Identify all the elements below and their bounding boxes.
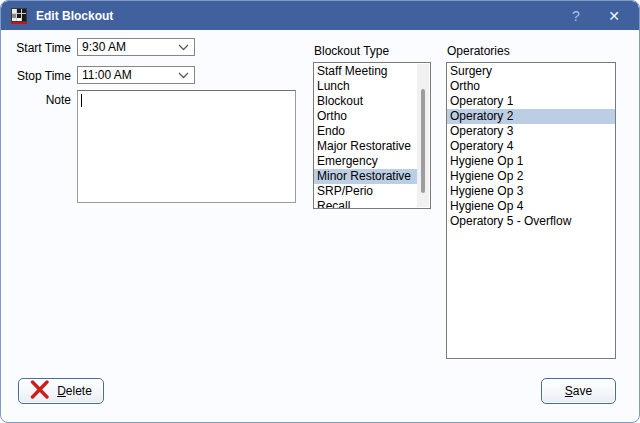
scrollbar[interactable]: [417, 64, 429, 207]
list-item[interactable]: Hygiene Op 1: [447, 154, 615, 169]
list-item[interactable]: Ortho: [314, 109, 417, 124]
list-item[interactable]: Hygiene Op 2: [447, 169, 615, 184]
list-item[interactable]: Major Restorative: [314, 139, 417, 154]
list-item[interactable]: Operatory 5 - Overflow: [447, 214, 615, 229]
blockout-grid-icon: [11, 8, 27, 24]
list-item[interactable]: SRP/Perio: [314, 184, 417, 199]
stop-time-label: Stop Time: [1, 69, 71, 83]
start-time-value: 9:30 AM: [78, 40, 178, 54]
operatories-listbox[interactable]: SurgeryOrthoOperatory 1Operatory 2Operat…: [446, 62, 616, 359]
stop-time-value: 11:00 AM: [78, 68, 178, 82]
start-time-combobox[interactable]: 9:30 AM: [77, 38, 195, 56]
note-label: Note: [1, 93, 71, 107]
save-button-label: Save: [565, 384, 592, 398]
blockout-type-label: Blockout Type: [314, 44, 389, 58]
text-caret: [81, 94, 82, 107]
list-item[interactable]: Recall: [314, 199, 417, 209]
list-item[interactable]: Lunch: [314, 79, 417, 94]
chevron-down-icon: [178, 40, 189, 54]
save-button[interactable]: Save: [541, 378, 616, 404]
list-item[interactable]: Staff Meeting: [314, 64, 417, 79]
list-item[interactable]: Operatory 4: [447, 139, 615, 154]
window-title: Edit Blockout: [36, 9, 113, 23]
list-item[interactable]: Hygiene Op 3: [447, 184, 615, 199]
list-item[interactable]: Blockout: [314, 94, 417, 109]
scrollbar-thumb[interactable]: [421, 89, 425, 193]
blockout-type-listbox[interactable]: Staff MeetingLunchBlockoutOrthoEndoMajor…: [313, 62, 431, 209]
list-item[interactable]: Surgery: [447, 64, 615, 79]
help-button[interactable]: ?: [561, 1, 591, 30]
edit-blockout-dialog: Edit Blockout ? ✕ Start Time 9:30 AM Sto…: [0, 0, 640, 423]
list-item[interactable]: Minor Restorative: [314, 169, 417, 184]
list-item[interactable]: Hygiene Op 4: [447, 199, 615, 214]
operatories-label: Operatories: [447, 44, 510, 58]
red-x-icon: [30, 380, 50, 402]
list-item[interactable]: Operatory 1: [447, 94, 615, 109]
delete-button-label: Delete: [57, 384, 92, 398]
list-item[interactable]: Endo: [314, 124, 417, 139]
note-textarea[interactable]: [77, 90, 296, 203]
stop-time-combobox[interactable]: 11:00 AM: [77, 66, 195, 84]
list-item[interactable]: Emergency: [314, 154, 417, 169]
list-item[interactable]: Operatory 2: [447, 109, 615, 124]
list-item[interactable]: Ortho: [447, 79, 615, 94]
chevron-down-icon: [178, 68, 189, 82]
close-icon[interactable]: ✕: [597, 1, 631, 30]
titlebar[interactable]: Edit Blockout ? ✕: [1, 1, 639, 30]
list-item[interactable]: Operatory 3: [447, 124, 615, 139]
delete-button[interactable]: Delete: [18, 378, 104, 404]
start-time-label: Start Time: [1, 41, 71, 55]
